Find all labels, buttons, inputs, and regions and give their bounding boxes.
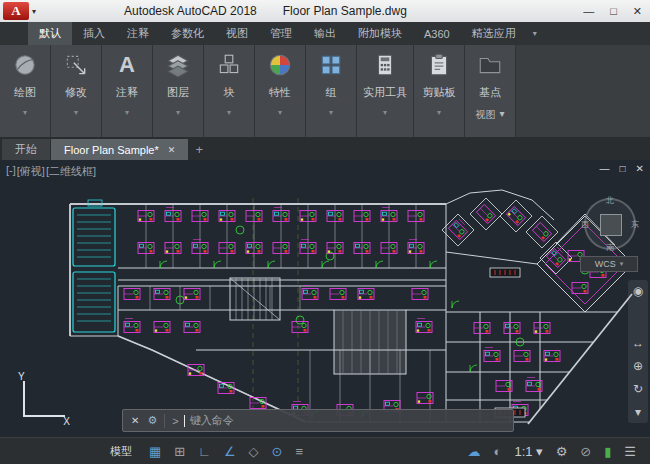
document-tab[interactable]: Floor Plan Sample* ✕ bbox=[51, 139, 188, 160]
properties-panel-label[interactable]: 特性 bbox=[255, 85, 305, 101]
modify-panel-label[interactable]: 修改 bbox=[51, 85, 101, 101]
utilities-panel-label[interactable]: 实用工具 bbox=[357, 85, 413, 101]
isometric-drafting-icon[interactable]: ◇ bbox=[249, 445, 259, 458]
ribbon-tab[interactable]: 注释 bbox=[116, 22, 160, 45]
command-close-icon[interactable]: ✕ bbox=[123, 415, 147, 426]
ribbon-tab[interactable]: A360 bbox=[413, 22, 461, 45]
ribbon-tab[interactable]: 输出 bbox=[303, 22, 347, 45]
zoom-icon[interactable]: ⊕ bbox=[633, 360, 643, 372]
compass-west-label: 西 bbox=[581, 219, 589, 230]
workspace-switching-icon[interactable]: ⚙ bbox=[556, 445, 568, 458]
snap-mode-icon[interactable]: ⊞ bbox=[174, 445, 185, 458]
modify-panel-button[interactable] bbox=[51, 45, 101, 85]
viewcube-top-face[interactable] bbox=[600, 214, 622, 236]
close-button[interactable]: ✕ bbox=[633, 5, 642, 18]
ribbon-panel-clipboard: 剪贴板 ▾ bbox=[414, 45, 465, 137]
ribbon-tab[interactable]: 参数化 bbox=[160, 22, 215, 45]
ribbon-tab-label: 默认 bbox=[39, 26, 61, 41]
ucs-x-label: X bbox=[63, 416, 70, 427]
annotation-visibility-icon[interactable]: ◐ bbox=[494, 445, 502, 458]
annotate-panel-label[interactable]: 注释 bbox=[102, 85, 152, 101]
block-panel-button[interactable] bbox=[204, 45, 254, 85]
window-title: Autodesk AutoCAD 2018 Floor Plan Sample.… bbox=[124, 0, 407, 22]
properties-panel-expander[interactable]: ▾ bbox=[255, 101, 305, 137]
block-panel-label[interactable]: 块 bbox=[204, 85, 254, 101]
clipboard-icon bbox=[426, 52, 452, 78]
document-tab-close-icon[interactable]: ✕ bbox=[168, 145, 176, 155]
navigation-wheel-icon[interactable]: ◉ bbox=[633, 285, 643, 297]
object-snap-icon[interactable]: ⊙ bbox=[272, 445, 283, 458]
command-input[interactable]: 键入命令 bbox=[190, 413, 234, 428]
clipboard-panel-button[interactable] bbox=[414, 45, 464, 85]
ucs-y-label: Y bbox=[18, 371, 25, 382]
orbit-icon[interactable]: ↻ bbox=[633, 383, 643, 395]
ribbon-tab[interactable]: 视图 bbox=[215, 22, 259, 45]
ribbon-tab[interactable]: 默认 bbox=[28, 22, 72, 45]
viewport-window-controls: — □ ✕ bbox=[600, 163, 644, 174]
block-panel-expander[interactable]: ▾ bbox=[204, 101, 254, 137]
properties-panel-button[interactable] bbox=[255, 45, 305, 85]
a360-icon[interactable]: ☁ bbox=[468, 445, 481, 458]
hardware-acceleration-icon[interactable]: ▮ bbox=[604, 445, 611, 458]
ribbon-tab[interactable]: 精选应用 bbox=[461, 22, 527, 45]
grid-display-icon[interactable]: ▦ bbox=[149, 445, 161, 458]
minimize-button[interactable]: — bbox=[583, 5, 594, 17]
view-dropdown-button[interactable]: 视图 ▾ bbox=[465, 101, 515, 137]
viewcube[interactable]: 北 南 西 东 bbox=[584, 198, 636, 250]
annotation-scale-button[interactable]: 1:1 ▾ bbox=[514, 445, 542, 458]
ribbon-tab[interactable]: 插入 bbox=[72, 22, 116, 45]
basepoint-panel-label[interactable]: 基点 bbox=[465, 85, 515, 101]
app-menu-caret-icon[interactable]: ▾ bbox=[32, 7, 36, 16]
pan-icon[interactable]: ↔ bbox=[632, 337, 644, 349]
start-tab[interactable]: 开始 bbox=[2, 139, 50, 160]
new-tab-button[interactable]: + bbox=[189, 139, 209, 160]
utilities-panel-expander[interactable]: ▾ bbox=[357, 101, 413, 137]
ucs-icon: Y X bbox=[10, 375, 66, 425]
model-space-button[interactable]: 模型 bbox=[106, 444, 136, 459]
navbar-menu-icon[interactable]: ▾ bbox=[635, 406, 641, 418]
groups-panel-button[interactable] bbox=[306, 45, 356, 85]
app-logo-button[interactable]: A bbox=[3, 2, 29, 20]
draw-panel-button[interactable] bbox=[0, 45, 50, 85]
customization-menu-icon[interactable]: ☰ bbox=[624, 445, 636, 458]
maximize-button[interactable]: □ bbox=[610, 5, 617, 17]
clipboard-panel-expander[interactable]: ▾ bbox=[414, 101, 464, 137]
draw-panel-label[interactable]: 绘图 bbox=[0, 85, 50, 101]
layers-panel-label[interactable]: 图层 bbox=[153, 85, 203, 101]
ribbon-collapse-icon[interactable]: ▾ bbox=[533, 29, 537, 38]
viewport-controls-toggle[interactable]: [-] bbox=[6, 164, 16, 179]
ucs-y-axis bbox=[23, 381, 25, 417]
annotate-panel-button[interactable]: A bbox=[102, 45, 152, 85]
viewport-view-toggle[interactable]: [俯视] bbox=[17, 164, 45, 179]
ortho-mode-icon[interactable]: ∟ bbox=[198, 445, 211, 458]
lineweight-icon[interactable]: ≡ bbox=[296, 445, 304, 458]
basepoint-panel-button[interactable] bbox=[465, 45, 515, 85]
modify-panel-expander[interactable]: ▾ bbox=[51, 101, 101, 137]
wcs-dropdown[interactable]: WCS ▾ bbox=[580, 256, 638, 272]
viewport-maximize-button[interactable]: □ bbox=[620, 163, 626, 174]
utilities-panel-button[interactable] bbox=[357, 45, 413, 85]
groups-panel-expander[interactable]: ▾ bbox=[306, 101, 356, 137]
isolate-objects-icon[interactable]: ⊘ bbox=[580, 445, 591, 458]
command-line[interactable]: ✕ ⚙ > 键入命令 bbox=[122, 409, 514, 432]
viewport-style-toggle[interactable]: [二维线框] bbox=[46, 164, 96, 179]
groups-panel-label[interactable]: 组 bbox=[306, 85, 356, 101]
ribbon-tab-label: 视图 bbox=[226, 26, 248, 41]
layers-panel-expander[interactable]: ▾ bbox=[153, 101, 203, 137]
drawing-viewport[interactable]: [-] [俯视] [二维线框] — □ ✕ 北 南 西 东 WCS ▾ ◉↔⊕↻… bbox=[0, 160, 650, 437]
annotate-panel-expander[interactable]: ▾ bbox=[102, 101, 152, 137]
titlebar: A ▾ Autodesk AutoCAD 2018 Floor Plan Sam… bbox=[0, 0, 650, 22]
ribbon-panel-properties: 特性 ▾ bbox=[255, 45, 306, 137]
ribbon-panel-modify: 修改 ▾ bbox=[51, 45, 102, 137]
viewport-close-button[interactable]: ✕ bbox=[636, 163, 644, 174]
ribbon-tab[interactable]: 管理 bbox=[259, 22, 303, 45]
viewport-minimize-button[interactable]: — bbox=[600, 163, 610, 174]
ribbon-tab[interactable]: 附加模块 bbox=[347, 22, 413, 45]
layers-panel-button[interactable] bbox=[153, 45, 203, 85]
draw-panel-expander[interactable]: ▾ bbox=[0, 101, 50, 137]
polar-tracking-icon[interactable]: ∠ bbox=[224, 445, 236, 458]
command-customize-icon[interactable]: ⚙ bbox=[147, 414, 157, 427]
autocad-window: A ▾ Autodesk AutoCAD 2018 Floor Plan Sam… bbox=[0, 0, 650, 464]
view-dropdown-caret-icon: ▾ bbox=[499, 108, 504, 119]
clipboard-panel-label[interactable]: 剪贴板 bbox=[414, 85, 464, 101]
